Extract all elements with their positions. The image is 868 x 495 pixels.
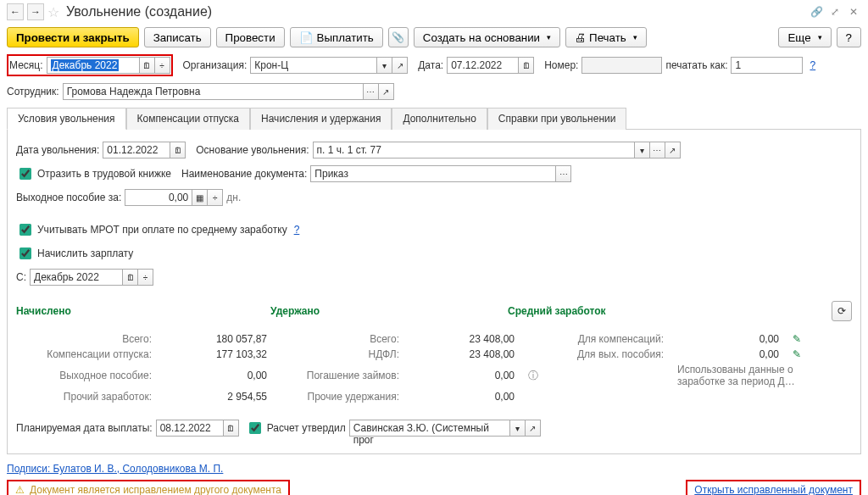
employee-input[interactable]: Громова Надежда Петровна	[63, 83, 364, 100]
employee-label: Сотрудник:	[7, 86, 59, 97]
approved-open-icon[interactable]: ↗	[526, 420, 541, 437]
accrued-header: Начислено	[16, 305, 267, 317]
loan-val: 0,00	[413, 370, 515, 381]
info-icon: ⓘ	[528, 369, 664, 383]
plan-date-calendar-icon[interactable]: 🗓	[224, 420, 239, 437]
printas-help[interactable]: ?	[810, 59, 815, 71]
docname-label: Наименование документа:	[181, 168, 307, 180]
other-with-label: Прочие удержания:	[281, 391, 399, 403]
plan-date-input[interactable]: 08.12.2022	[156, 420, 224, 437]
calc-salary-label: Начислить зарплату	[37, 248, 133, 259]
severance-unit: дн.	[226, 192, 241, 203]
nav-forward[interactable]: →	[27, 3, 44, 20]
nav-back[interactable]: ←	[7, 3, 24, 20]
month-label: Месяц:	[9, 59, 43, 71]
for-sev-edit-icon[interactable]: ✎	[793, 348, 813, 360]
number-input[interactable]	[581, 57, 662, 74]
loan-label: Погашение займов:	[281, 370, 399, 381]
accrued-total-val: 180 057,87	[165, 333, 267, 345]
since-input[interactable]: Декабрь 2022	[30, 269, 123, 286]
post-and-close-button[interactable]: Провести и закрыть	[7, 27, 139, 47]
for-comp-label: Для компенсаций:	[528, 333, 664, 345]
approved-drop-icon[interactable]: ▾	[510, 420, 526, 437]
approved-checkbox[interactable]	[249, 422, 261, 434]
for-sev-label: Для вых. пособия:	[528, 348, 664, 360]
refresh-button[interactable]: ⟳	[832, 301, 852, 321]
basis-drop-icon[interactable]: ▾	[635, 142, 650, 159]
docname-dots-icon[interactable]: ⋯	[556, 165, 571, 182]
info-text: Использованы данные о заработке за перио…	[677, 364, 813, 387]
pay-button[interactable]: 📄Выплатить	[290, 27, 383, 47]
create-based-on-button[interactable]: Создать на основании	[414, 27, 560, 47]
printas-label: печатать как:	[665, 59, 727, 71]
printas-input[interactable]: 1	[731, 57, 803, 74]
basis-label: Основание увольнения:	[196, 144, 309, 156]
favorite-star-icon[interactable]: ☆	[47, 4, 59, 20]
employee-dots-icon[interactable]: ⋯	[364, 83, 379, 100]
org-drop-icon[interactable]: ▾	[377, 57, 392, 74]
for-comp-val: 0,00	[677, 333, 779, 345]
basis-open-icon[interactable]: ↗	[665, 142, 681, 159]
other-earn-label: Прочий заработок:	[16, 391, 152, 403]
comp-val: 177 103,32	[165, 348, 267, 360]
mrot-help[interactable]: ?	[294, 224, 300, 236]
severance-spin-icon[interactable]: ÷	[208, 189, 223, 206]
correction-warning: ⚠ Документ является исправлением другого…	[7, 480, 290, 495]
approved-label: Расчет утвердил	[267, 422, 346, 434]
pay-icon: 📄	[299, 31, 314, 44]
month-input[interactable]: Декабрь 2022	[47, 57, 140, 74]
since-spin-icon[interactable]: ÷	[138, 269, 153, 286]
warning-icon: ⚠	[15, 484, 25, 495]
more-button[interactable]: Еще	[778, 27, 831, 47]
close-icon[interactable]: ✕	[846, 4, 861, 19]
help-button[interactable]: ?	[837, 27, 861, 47]
withheld-header: Удержано	[270, 305, 504, 317]
employee-open-icon[interactable]: ↗	[379, 83, 394, 100]
print-button[interactable]: 🖨Печать	[565, 27, 647, 47]
date-calendar-icon[interactable]: 🗓	[519, 57, 534, 74]
severance-input[interactable]: 0,00	[125, 189, 192, 206]
date-input[interactable]: 07.12.2022	[447, 57, 519, 74]
basis-input[interactable]: п. 1 ч. 1 ст. 77	[313, 142, 635, 159]
since-calendar-icon[interactable]: 🗓	[123, 269, 138, 286]
docname-input[interactable]: Приказ	[310, 165, 556, 182]
calc-salary-checkbox[interactable]	[19, 248, 31, 259]
withheld-total-label: Всего:	[281, 333, 399, 345]
avg-header: Средний заработок	[508, 305, 828, 317]
ndfl-val: 23 408,00	[413, 348, 515, 360]
window-title: Увольнение (создание)	[66, 4, 212, 19]
plan-date-label: Планируемая дата выплаты:	[16, 422, 153, 434]
tab-accruals[interactable]: Начисления и удержания	[250, 108, 392, 130]
tab-conditions[interactable]: Условия увольнения	[7, 108, 126, 130]
signatures-link[interactable]: Подписи: Булатов И. В., Солодовникова М.…	[7, 463, 223, 475]
open-corrected-link[interactable]: Открыть исправленный документ	[694, 484, 853, 495]
month-spin-icon[interactable]: ÷	[155, 57, 170, 74]
accrued-total-label: Всего:	[16, 333, 152, 345]
tab-references[interactable]: Справки при увольнении	[487, 108, 627, 130]
org-label: Организация:	[183, 59, 248, 71]
date-label: Дата:	[418, 59, 443, 71]
approved-input[interactable]: Савинская З.Ю. (Системный прог	[349, 420, 510, 437]
tab-vacation-comp[interactable]: Компенсации отпуска	[126, 108, 250, 130]
for-comp-edit-icon[interactable]: ✎	[793, 333, 813, 345]
write-button[interactable]: Записать	[144, 27, 211, 47]
ndfl-label: НДФЛ:	[281, 348, 399, 360]
fire-date-input[interactable]: 01.12.2022	[103, 142, 170, 159]
severance-calc-icon[interactable]: ▦	[192, 189, 208, 206]
attach-button[interactable]: 📎	[388, 27, 409, 47]
shrink-icon[interactable]: ⤢	[827, 4, 843, 19]
basis-dots-icon[interactable]: ⋯	[650, 142, 665, 159]
fire-date-label: Дата увольнения:	[16, 144, 99, 156]
mrot-checkbox[interactable]	[19, 224, 31, 236]
org-open-icon[interactable]: ↗	[392, 57, 408, 74]
month-calendar-icon[interactable]: 🗓	[140, 57, 155, 74]
mrot-label: Учитывать МРОТ при оплате по среднему за…	[37, 224, 287, 236]
tabs: Условия увольнения Компенсации отпуска Н…	[7, 107, 861, 130]
post-button[interactable]: Провести	[216, 27, 285, 47]
workbook-checkbox[interactable]	[19, 168, 31, 180]
fire-date-calendar-icon[interactable]: 🗓	[170, 142, 186, 159]
link-icon[interactable]: 🔗	[809, 4, 824, 19]
tab-additional[interactable]: Дополнительно	[392, 108, 487, 130]
org-input[interactable]: Крон-Ц	[250, 57, 377, 74]
for-sev-val: 0,00	[677, 348, 779, 360]
